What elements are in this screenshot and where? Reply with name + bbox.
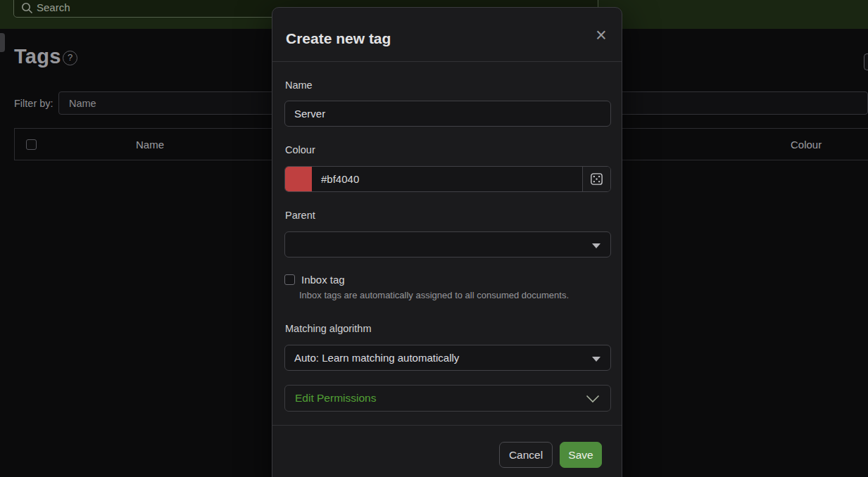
- matching-algorithm-select[interactable]: Auto: Learn matching automatically: [284, 345, 611, 371]
- inbox-tag-row[interactable]: Inbox tag: [284, 274, 345, 286]
- inbox-tag-checkbox[interactable]: [284, 274, 295, 285]
- search-icon: [21, 2, 33, 14]
- page-title: Tags: [14, 45, 61, 68]
- save-button[interactable]: Save: [560, 442, 602, 468]
- dialog-header: Create new tag ×: [272, 8, 622, 62]
- chevron-down-icon: [592, 243, 600, 248]
- dice-icon: [591, 173, 603, 185]
- chevron-down-icon: [586, 395, 600, 403]
- close-icon[interactable]: ×: [589, 23, 613, 47]
- inbox-tag-label: Inbox tag: [301, 274, 345, 286]
- left-edge-cut-element: [0, 33, 5, 52]
- filter-by-label: Filter by:: [14, 98, 54, 109]
- colour-hex-field[interactable]: [312, 167, 582, 191]
- inbox-tag-hint: Inbox tags are automatically assigned to…: [299, 290, 569, 300]
- matching-algorithm-label: Matching algorithm: [285, 323, 372, 334]
- dialog-footer: Cancel Save: [272, 425, 622, 477]
- name-field[interactable]: [284, 101, 611, 127]
- matching-algorithm-value: Auto: Learn matching automatically: [294, 352, 459, 364]
- parent-label: Parent: [285, 210, 315, 221]
- name-label: Name: [285, 80, 313, 91]
- right-edge-cut-button[interactable]: [864, 53, 868, 70]
- cancel-button[interactable]: Cancel: [499, 442, 553, 468]
- parent-select[interactable]: [284, 231, 611, 257]
- colour-swatch: [285, 167, 312, 191]
- colour-label: Colour: [285, 144, 315, 155]
- random-colour-button[interactable]: [582, 167, 610, 191]
- column-header-name[interactable]: Name: [136, 139, 164, 151]
- help-icon[interactable]: ?: [63, 51, 77, 65]
- edit-permissions-accordion[interactable]: Edit Permissions: [284, 385, 611, 412]
- edit-permissions-label: Edit Permissions: [295, 392, 376, 405]
- chevron-down-icon: [592, 357, 600, 362]
- create-tag-dialog: Create new tag × Name Colour Parent: [272, 7, 622, 477]
- select-all-checkbox[interactable]: [26, 139, 37, 150]
- column-header-colour[interactable]: Colour: [791, 139, 822, 151]
- colour-input-group: [284, 166, 611, 192]
- dialog-title: Create new tag: [286, 30, 391, 47]
